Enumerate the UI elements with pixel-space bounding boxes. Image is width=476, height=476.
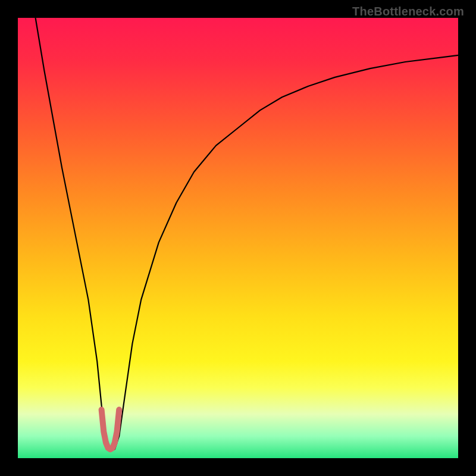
bottleneck-curve — [36, 18, 458, 449]
watermark-text: TheBottleneck.com — [352, 5, 464, 18]
chart-area — [18, 18, 458, 458]
optimum-marker — [102, 410, 120, 450]
chart-plot — [18, 18, 458, 458]
